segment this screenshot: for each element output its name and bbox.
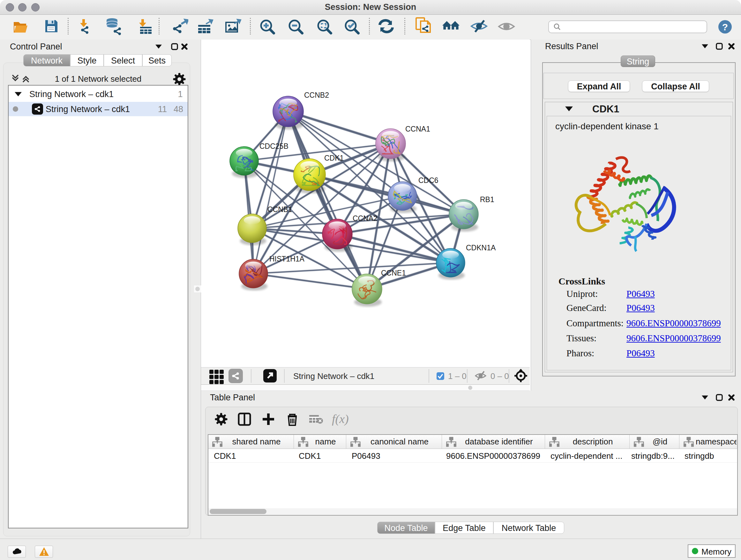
svg-text:CCNB2: CCNB2 bbox=[304, 91, 329, 99]
svg-text:CCNE1: CCNE1 bbox=[381, 269, 406, 277]
svg-text:CDKN1A: CDKN1A bbox=[466, 244, 496, 252]
svg-text:HIST1H1A: HIST1H1A bbox=[269, 255, 305, 263]
svg-text:CDC6: CDC6 bbox=[418, 176, 439, 185]
svg-text:CDC25B: CDC25B bbox=[259, 142, 288, 150]
svg-text:CCNA1: CCNA1 bbox=[405, 125, 430, 133]
svg-text:CCNB1: CCNB1 bbox=[267, 205, 292, 213]
svg-text:CDK1: CDK1 bbox=[324, 154, 344, 162]
svg-text:RB1: RB1 bbox=[480, 195, 494, 204]
svg-text:CCNA2: CCNA2 bbox=[353, 214, 378, 223]
